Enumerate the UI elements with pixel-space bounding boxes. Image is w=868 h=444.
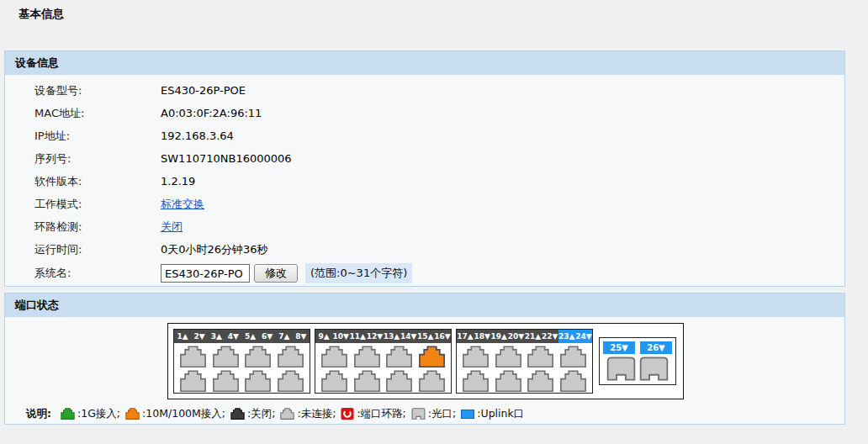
port-2-icon[interactable]: [179, 370, 207, 392]
port-label: 12▼: [366, 330, 383, 343]
port-1-icon[interactable]: [179, 346, 207, 367]
port-25-fiber-icon[interactable]: [606, 357, 637, 381]
device-info-header: 设备信息: [5, 51, 844, 75]
legend-loop-text: :端口环路;: [357, 407, 405, 421]
port-15-icon[interactable]: [418, 346, 446, 367]
legend-1g-icon: [61, 408, 75, 420]
port-label: 19▲: [490, 330, 507, 343]
legend-off-text: :关闭;: [247, 407, 275, 421]
device-model-row: 设备型号:ES430-26P-POE: [5, 79, 844, 102]
legend-fiber-fiber-icon: [411, 408, 426, 420]
port-18-icon[interactable]: [462, 370, 490, 392]
port-26-fiber-icon[interactable]: [638, 357, 670, 381]
ip-address-row: IP地址:192.168.3.64: [5, 124, 844, 147]
port-label: 8▼: [293, 330, 310, 343]
port-label: 2▼: [191, 330, 208, 343]
port-17-icon[interactable]: [462, 346, 490, 367]
port-label: 22▼: [542, 330, 558, 343]
port-9-icon[interactable]: [320, 346, 348, 367]
port-label: 7▲: [276, 330, 293, 343]
port-14-icon[interactable]: [385, 370, 413, 392]
port-13-icon[interactable]: [385, 346, 413, 367]
system-name-hint: (范围:0~31个字符): [305, 263, 412, 283]
port-label: 15▲: [417, 330, 434, 343]
port-label: 3▲: [208, 330, 225, 343]
port-row-bottom: [174, 370, 310, 392]
port-label: 18▼: [474, 330, 490, 343]
port-6-icon[interactable]: [244, 370, 272, 392]
port-label: 10▼: [332, 330, 349, 343]
legend-100m-icon: [125, 408, 140, 420]
port-label: 17▲: [457, 330, 474, 343]
loop-detect-row: 环路检测:关闭: [5, 215, 844, 238]
loop-detect-value[interactable]: 关闭: [161, 219, 183, 235]
serial-number-value: SW110710NB16000006: [161, 152, 292, 165]
port-25-label[interactable]: 25▼: [603, 341, 635, 354]
work-mode-value[interactable]: 标准交换: [161, 197, 204, 212]
legend-fiber-icon: [411, 408, 426, 420]
serial-number-label: 序列号:: [34, 151, 161, 166]
port-21-icon[interactable]: [527, 346, 554, 367]
legend-disconnected-icon: [280, 408, 294, 420]
ip-address-label: IP地址:: [34, 129, 161, 144]
modify-button[interactable]: 修改: [254, 264, 298, 283]
uplink-port-group: 25▼26▼: [599, 337, 676, 385]
port-label: 1▲: [174, 330, 191, 343]
port-12-icon[interactable]: [353, 370, 381, 392]
port-group-1-header: 1▲2▼3▲4▼5▲6▼7▲8▼: [174, 330, 310, 343]
work-mode-row: 工作模式:标准交换: [5, 193, 844, 215]
port-row-top: [315, 346, 451, 367]
port-4-icon[interactable]: [212, 370, 240, 392]
port-status-header: 端口状态: [5, 293, 844, 317]
device-model-value: ES430-26P-POE: [161, 84, 246, 97]
port-status-body: 1▲2▼3▲4▼5▲6▼7▲8▼9▲10▼11▲12▼13▲14▼15▲16▼1…: [5, 317, 844, 425]
device-info-panel: 设备信息 设备型号:ES430-26P-POEMAC地址:A0:03:0F:2A…: [4, 50, 845, 287]
port-label: 6▼: [259, 330, 276, 343]
legend-disconnected-text: :未连接;: [297, 407, 336, 421]
software-version-value: 1.2.19: [161, 175, 195, 188]
port-label: 13▲: [384, 330, 400, 343]
system-name-row: 系统名: 修改 (范围:0~31个字符): [5, 261, 844, 286]
port-legend: 说明: :1G接入;:10M/100M接入;:关闭;:未连接;:端口环路;:光口…: [26, 404, 524, 423]
port-11-icon[interactable]: [353, 346, 381, 367]
serial-number-row: 序列号:SW110710NB16000006: [5, 147, 844, 170]
port-7-icon[interactable]: [277, 346, 304, 367]
port-5-icon[interactable]: [244, 346, 272, 367]
port-label: 23▲: [558, 330, 575, 343]
port-23-icon[interactable]: [559, 346, 587, 367]
port-16-icon[interactable]: [418, 370, 446, 392]
uplink-chip-row: 25▼26▼: [603, 341, 672, 354]
port-20-icon[interactable]: [495, 370, 522, 392]
port-3-icon[interactable]: [212, 346, 240, 367]
port-22-icon[interactable]: [527, 370, 554, 392]
port-group-2: 9▲10▼11▲12▼13▲14▼15▲16▼: [315, 329, 452, 394]
port-10-icon[interactable]: [320, 370, 348, 392]
port-24-icon[interactable]: [559, 370, 587, 392]
port-8-icon[interactable]: [277, 370, 304, 392]
system-name-label: 系统名:: [34, 266, 161, 281]
legend-1g-text: :1G接入;: [77, 407, 120, 421]
uplink-fiber-row: [603, 357, 672, 381]
port-label: 5▲: [242, 330, 259, 343]
work-mode-label: 工作模式:: [34, 197, 161, 212]
uptime-label: 运行时间:: [34, 242, 161, 257]
legend-uplink-icon: [461, 410, 474, 419]
legend-100m-text: :10M/100M接入;: [142, 407, 225, 421]
legend-title: 说明:: [26, 407, 51, 421]
legend-fiber-text: :光口;: [428, 407, 456, 421]
legend-100m-rj45-icon: [125, 408, 140, 420]
mac-address-value: A0:03:0F:2A:96:11: [161, 107, 262, 119]
uptime-row: 运行时间:0天0小时26分钟36秒: [5, 238, 844, 261]
software-version-label: 软件版本:: [34, 174, 161, 189]
port-label: 24▼: [575, 330, 592, 343]
page-title: 基本信息: [19, 7, 64, 22]
legend-disconnected-rj45-icon: [280, 408, 294, 420]
port-26-label[interactable]: 26▼: [640, 341, 672, 354]
port-label: 14▼: [400, 330, 417, 343]
switch-port-diagram: 1▲2▼3▲4▼5▲6▼7▲8▼9▲10▼11▲12▼13▲14▼15▲16▼1…: [167, 323, 684, 399]
system-name-input[interactable]: [161, 264, 250, 283]
legend-uplink-text: :Uplink口: [477, 407, 524, 421]
port-status-panel: 端口状态 1▲2▼3▲4▼5▲6▼7▲8▼9▲10▼11▲12▼13▲14▼15…: [4, 293, 845, 425]
legend-1g-rj45-icon: [61, 408, 75, 420]
port-19-icon[interactable]: [495, 346, 522, 367]
